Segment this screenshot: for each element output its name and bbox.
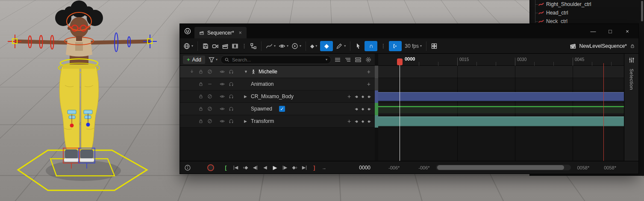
mute-icon[interactable] xyxy=(207,82,212,87)
world-button[interactable]: ▾ xyxy=(183,43,193,50)
track-row-transform[interactable]: ▶ Transform + ‹◆ ◆ ◆› xyxy=(180,115,375,128)
next-key-button[interactable]: ◆› xyxy=(290,165,300,170)
sliders-icon[interactable] xyxy=(628,57,635,64)
prev-key-icon[interactable]: ‹◆ xyxy=(355,95,358,99)
expand-tracks-icon[interactable] xyxy=(344,56,351,63)
outliner-item[interactable]: Right_Shoulder_ctrl xyxy=(530,0,644,9)
add-track-button[interactable]: + Add xyxy=(183,55,205,64)
character-michelle[interactable] xyxy=(0,0,179,201)
add-key-icon[interactable]: ◆ xyxy=(362,95,364,99)
headphones-icon[interactable] xyxy=(229,82,234,87)
caret-icon[interactable]: ▾ xyxy=(326,58,327,61)
expander-icon[interactable]: ▶ xyxy=(244,94,251,99)
eye-icon[interactable] xyxy=(220,119,225,124)
set-range-start-button[interactable]: [ xyxy=(221,164,231,171)
view-range-end-field[interactable]: 0058* xyxy=(604,165,616,170)
add-section-icon[interactable]: + xyxy=(367,81,371,87)
track-row-michelle[interactable]: ▼ Michelle + xyxy=(180,66,375,78)
filter-button[interactable]: ▾ xyxy=(208,56,218,63)
keyframe-options-button[interactable]: ◆ ▾ xyxy=(310,43,317,49)
lock-icon[interactable] xyxy=(630,44,635,49)
section-bar-transform[interactable] xyxy=(378,117,624,126)
add-key-icon[interactable]: ◆ xyxy=(362,119,364,123)
spawned-checkbox[interactable]: ✓ xyxy=(279,106,285,112)
mute-icon[interactable] xyxy=(207,106,212,111)
gear-icon[interactable] xyxy=(365,56,372,63)
close-button[interactable]: × xyxy=(619,28,636,35)
current-frame-field[interactable]: 0000 xyxy=(359,165,378,171)
search-input[interactable] xyxy=(232,57,323,62)
to-start-button[interactable]: |◀ xyxy=(231,165,241,170)
prev-key-icon[interactable]: ‹◆ xyxy=(355,119,358,123)
headphones-icon[interactable] xyxy=(229,106,234,111)
eye-icon[interactable] xyxy=(220,106,225,111)
working-range-end-field[interactable]: 0058* xyxy=(577,165,589,170)
tab-selection[interactable]: Selection xyxy=(629,69,634,90)
add-key-icon[interactable]: ◆ xyxy=(362,107,364,111)
next-key-icon[interactable]: ◆› xyxy=(368,119,371,123)
lock-icon[interactable] xyxy=(198,119,203,124)
lock-icon[interactable] xyxy=(198,82,203,87)
step-back-button[interactable]: ◀| xyxy=(250,165,260,170)
more-options-icon[interactable]: ⋮ xyxy=(241,43,247,49)
cursor-icon[interactable] xyxy=(355,43,362,50)
eye-icon[interactable] xyxy=(220,82,225,87)
tab-sequencer[interactable]: Sequencer* × xyxy=(194,27,247,38)
edit-options-button[interactable]: ▾ xyxy=(336,43,346,50)
pin-down-icon[interactable] xyxy=(189,69,194,74)
snap-options-icon[interactable]: ⋮ xyxy=(380,43,386,49)
outliner-scrollbar[interactable] xyxy=(641,1,643,21)
outliner-item[interactable]: Head_ctrl xyxy=(530,9,644,17)
view-options-button[interactable]: ▾ xyxy=(279,43,288,50)
step-forward-button[interactable]: |▶ xyxy=(280,165,290,170)
expander-icon[interactable]: ▶ xyxy=(244,119,251,123)
next-key-icon[interactable]: ◆› xyxy=(368,95,371,99)
playhead-marker[interactable] xyxy=(397,58,403,65)
headphones-icon[interactable] xyxy=(229,94,234,99)
section-line-spawned[interactable] xyxy=(378,106,624,107)
lock-icon[interactable] xyxy=(198,69,203,74)
add-section-icon[interactable]: + xyxy=(347,93,351,100)
track-row-spawned[interactable]: Spawned ✓ ‹◆ ◆ ◆› xyxy=(180,103,375,115)
lock-icon[interactable] xyxy=(198,94,203,99)
auto-key-button[interactable]: ◆ xyxy=(320,41,333,51)
section-bar-cr-mixamo-body[interactable] xyxy=(378,92,624,101)
expander-icon[interactable]: ▼ xyxy=(244,70,251,74)
minimize-button[interactable]: — xyxy=(585,28,602,35)
track-row-cr-mixamo-body[interactable]: ▶ CR_Mixamo_Body + ‹◆ ◆ ◆› xyxy=(180,90,375,103)
record-button[interactable] xyxy=(207,164,214,171)
mute-icon[interactable] xyxy=(207,119,212,124)
headphones-icon[interactable] xyxy=(229,69,234,74)
curve-editor-button[interactable]: ▾ xyxy=(266,43,276,50)
sequence-breadcrumb[interactable]: NewLevelSequence* xyxy=(570,43,635,50)
timeline-scrollbar-thumb[interactable] xyxy=(437,165,565,170)
headphones-icon[interactable] xyxy=(229,119,234,124)
next-key-icon[interactable]: ◆› xyxy=(368,107,371,111)
track-row-animation[interactable]: Animation + xyxy=(180,78,375,90)
eye-icon[interactable] xyxy=(220,94,225,99)
camera-icon[interactable] xyxy=(212,43,219,50)
timeline-scrollbar[interactable] xyxy=(436,165,571,170)
fps-dropdown[interactable]: 30 fps ▾ xyxy=(405,43,422,49)
hierarchy-icon[interactable] xyxy=(250,43,257,50)
prev-key-button[interactable]: ‹◆ xyxy=(241,165,250,170)
prev-key-icon[interactable]: ‹◆ xyxy=(355,107,358,111)
render-movie-icon[interactable] xyxy=(232,43,238,50)
mute-icon[interactable] xyxy=(207,69,212,74)
search-box[interactable]: ▾ xyxy=(221,55,331,64)
info-icon[interactable] xyxy=(184,164,191,171)
group-tracks-icon[interactable] xyxy=(355,56,362,63)
working-range-start-field[interactable]: -006* xyxy=(418,165,429,170)
range-snap-button[interactable] xyxy=(389,41,402,51)
play-button[interactable]: ▶ xyxy=(270,164,280,171)
playback-options-button[interactable]: ▾ xyxy=(291,43,301,50)
lock-icon[interactable] xyxy=(198,106,203,111)
mute-icon[interactable] xyxy=(207,94,212,99)
eye-icon[interactable] xyxy=(220,69,225,74)
snap-magnet-button[interactable]: ∩ xyxy=(365,41,377,51)
maximize-button[interactable]: □ xyxy=(602,28,619,35)
thumbnail-grid-icon[interactable] xyxy=(431,43,438,50)
save-icon[interactable] xyxy=(202,43,209,50)
clapper-icon[interactable] xyxy=(222,43,229,50)
playback-range-end-marker[interactable] xyxy=(603,63,604,161)
